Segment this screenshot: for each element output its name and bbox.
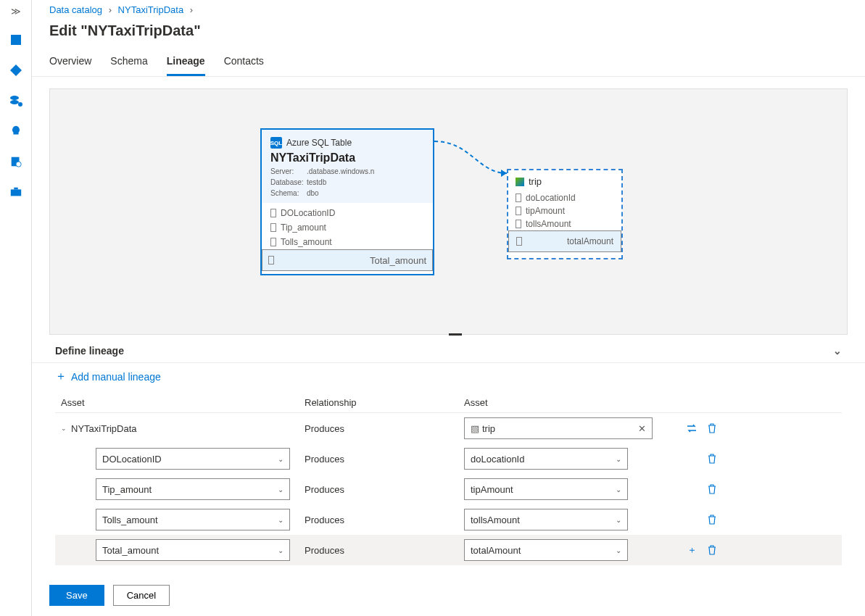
chevron-down-icon: ⌄ xyxy=(278,455,283,463)
add-manual-lineage-button[interactable]: ＋ Add manual lineage xyxy=(32,362,865,393)
target-asset-select[interactable]: ▧trip✕ xyxy=(464,417,653,439)
add-icon[interactable]: ＋ xyxy=(686,544,698,556)
column-icon xyxy=(516,193,521,202)
lineage-node-source[interactable]: SQLAzure SQL Table NYTaxiTripData Server… xyxy=(260,128,434,275)
chevron-down-icon: ⌄ xyxy=(616,486,621,494)
delete-icon[interactable] xyxy=(706,423,718,434)
column-icon xyxy=(270,238,276,246)
save-button[interactable]: Save xyxy=(49,585,104,606)
chevron-down-icon: ⌄ xyxy=(616,546,621,554)
delete-icon[interactable] xyxy=(706,514,718,525)
tab-contacts[interactable]: Contacts xyxy=(224,49,264,76)
svg-point-4 xyxy=(18,102,22,107)
column-icon xyxy=(516,237,522,246)
column-header-relationship: Relationship xyxy=(305,397,464,408)
lineage-mapping-row: DOLocationID⌄ Produces doLocationId⌄ xyxy=(55,444,842,474)
source-node-title: NYTaxiTripData xyxy=(270,151,424,165)
source-column-select[interactable]: Tip_amount⌄ xyxy=(96,478,290,500)
tab-overview[interactable]: Overview xyxy=(49,49,91,76)
target-column[interactable]: tollsAmount xyxy=(508,217,621,230)
nav-data-icon[interactable] xyxy=(9,93,23,108)
lineage-mapping-row: Tolls_amount⌄ Produces tollsAmount⌄ xyxy=(55,504,842,535)
column-icon xyxy=(516,220,521,228)
source-column-select[interactable]: DOLocationID⌄ xyxy=(96,448,290,470)
chevron-down-icon[interactable]: ⌄ xyxy=(833,345,842,357)
column-header-asset: Asset xyxy=(55,397,305,408)
lineage-canvas[interactable]: SQLAzure SQL Table NYTaxiTripData Server… xyxy=(49,88,848,335)
nav-catalog-icon[interactable] xyxy=(9,33,23,47)
delete-icon[interactable] xyxy=(706,544,718,556)
entity-icon xyxy=(516,178,524,186)
lineage-mapping-row: Tip_amount⌄ Produces tipAmount⌄ xyxy=(55,474,842,504)
column-icon xyxy=(270,223,276,232)
canvas-resize-grip[interactable] xyxy=(449,333,462,336)
nav-policy-icon[interactable] xyxy=(9,154,23,169)
target-node-title: trip xyxy=(529,176,542,187)
breadcrumb-item[interactable]: NYTaxiTripData xyxy=(118,4,184,15)
chevron-down-icon: ⌄ xyxy=(616,455,621,463)
column-icon xyxy=(268,256,274,265)
target-column-select[interactable]: totalAmount⌄ xyxy=(464,539,628,561)
expand-icon[interactable]: ⌄ xyxy=(61,425,67,432)
tab-bar: Overview Schema Lineage Contacts xyxy=(32,49,865,77)
svg-marker-9 xyxy=(501,170,507,177)
source-column[interactable]: DOLocationID xyxy=(262,206,433,220)
svg-rect-7 xyxy=(10,189,20,196)
target-column[interactable]: totalAmount xyxy=(508,230,621,252)
chevron-down-icon: ⌄ xyxy=(616,516,621,524)
svg-rect-0 xyxy=(11,35,21,45)
lineage-parent-row: ⌄NYTaxiTripData Produces ▧trip✕ xyxy=(55,413,842,444)
source-column-select[interactable]: Total_amount⌄ xyxy=(96,539,290,561)
tab-lineage[interactable]: Lineage xyxy=(167,49,205,76)
nav-sidebar: ≫ xyxy=(0,0,32,616)
source-column[interactable]: Tolls_amount xyxy=(262,235,433,249)
page-title: Edit "NYTaxiTripData" xyxy=(32,18,865,49)
define-lineage-title: Define lineage xyxy=(55,345,124,357)
target-column[interactable]: doLocationId xyxy=(508,191,621,204)
svg-marker-1 xyxy=(10,64,22,76)
tab-schema[interactable]: Schema xyxy=(110,49,147,76)
chevron-down-icon: ⌄ xyxy=(278,516,283,524)
entity-icon: ▧ xyxy=(471,423,479,434)
target-column-select[interactable]: tipAmount⌄ xyxy=(464,478,628,500)
lineage-node-target[interactable]: trip doLocationId tipAmount tollsAmount … xyxy=(507,169,623,259)
breadcrumb-root[interactable]: Data catalog xyxy=(49,4,102,15)
lineage-table: Asset Relationship Asset ⌄NYTaxiTripData… xyxy=(32,393,865,565)
nav-sources-icon[interactable] xyxy=(9,63,23,78)
sidebar-expand-icon[interactable]: ≫ xyxy=(11,6,21,17)
svg-point-2 xyxy=(10,96,19,100)
plus-icon: ＋ xyxy=(55,369,67,384)
svg-point-3 xyxy=(10,100,19,104)
target-column[interactable]: tipAmount xyxy=(508,204,621,217)
breadcrumb: Data catalog › NYTaxiTripData › xyxy=(32,0,865,18)
target-column-select[interactable]: doLocationId⌄ xyxy=(464,448,628,470)
svg-rect-8 xyxy=(14,188,17,190)
source-column[interactable]: Tip_amount xyxy=(262,220,433,235)
column-header-asset2: Asset xyxy=(464,397,666,408)
svg-point-6 xyxy=(16,162,21,167)
cancel-button[interactable]: Cancel xyxy=(113,585,170,606)
lineage-edge xyxy=(434,137,514,188)
clear-icon[interactable]: ✕ xyxy=(638,423,646,434)
column-icon xyxy=(516,207,521,215)
sql-icon: SQL xyxy=(270,137,282,149)
delete-icon[interactable] xyxy=(706,483,718,495)
nav-management-icon[interactable] xyxy=(9,185,23,199)
target-column-select[interactable]: tollsAmount⌄ xyxy=(464,509,628,530)
chevron-down-icon: ⌄ xyxy=(278,546,283,554)
chevron-down-icon: ⌄ xyxy=(278,486,283,494)
column-icon xyxy=(270,209,276,217)
nav-insights-icon[interactable] xyxy=(9,124,23,138)
lineage-mapping-row: Total_amount⌄ Produces totalAmount⌄ ＋ xyxy=(55,535,842,565)
source-column-select[interactable]: Tolls_amount⌄ xyxy=(96,509,290,530)
delete-icon[interactable] xyxy=(706,453,718,465)
swap-icon[interactable] xyxy=(686,423,698,434)
source-column[interactable]: Total_amount xyxy=(262,249,433,271)
